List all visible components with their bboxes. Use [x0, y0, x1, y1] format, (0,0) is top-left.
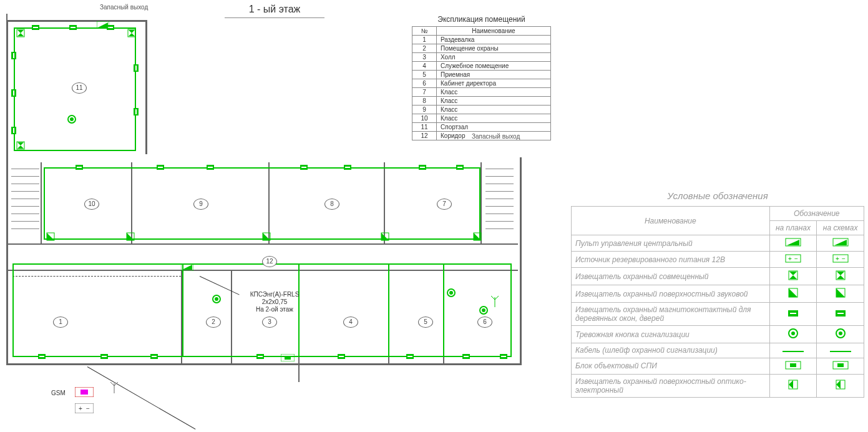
legend-panel: Условные обозначения Наименование Обозна…	[571, 190, 864, 398]
glass-icon	[126, 232, 135, 241]
magnet-icon	[300, 164, 308, 170]
glass-icon	[46, 232, 55, 241]
svg-point-39	[70, 117, 74, 121]
combined-icon	[817, 268, 864, 285]
legend-name: Тревожная кнопка сигнализации	[572, 326, 770, 343]
panel-icon	[817, 235, 864, 252]
magnet-icon	[11, 126, 17, 135]
legend-head-sym: Обозначение	[769, 207, 864, 221]
svg-marker-37	[836, 380, 841, 389]
svg-rect-59	[135, 66, 137, 71]
svg-marker-1	[787, 240, 799, 245]
legend-head-scheme: на схемах	[817, 221, 864, 235]
panel-icon	[769, 235, 817, 252]
svg-text:+: +	[788, 255, 792, 262]
svg-marker-14	[837, 272, 844, 275]
alarm-btn-icon	[212, 295, 221, 303]
alarm-btn-icon	[769, 326, 817, 343]
svg-text:−: −	[86, 405, 90, 412]
legend-row: Источник резервированного питания 12В+−+…	[572, 252, 864, 268]
ups-icon: +−	[769, 252, 817, 268]
spi-icon	[75, 387, 94, 397]
legend-name: Источник резервированного питания 12В	[572, 252, 770, 268]
legend-name: Блок объектовый СПИ	[572, 358, 770, 374]
room-tag: 11	[72, 82, 87, 94]
svg-line-123	[110, 382, 114, 386]
panel-icon	[181, 263, 193, 271]
ups-icon: +−	[817, 252, 864, 268]
svg-rect-77	[39, 356, 44, 357]
svg-marker-19	[836, 288, 845, 297]
svg-marker-17	[789, 288, 797, 297]
svg-line-127	[495, 296, 499, 300]
alarm-btn-icon	[67, 115, 76, 124]
legend-name: Извещатель охранный магнитоконтактный дл…	[572, 303, 770, 326]
svg-rect-79	[102, 356, 107, 357]
room-tag: 2	[206, 317, 221, 328]
svg-rect-73	[420, 167, 425, 168]
svg-rect-81	[152, 356, 157, 357]
magnet-icon	[133, 64, 139, 72]
svg-text:+: +	[79, 405, 82, 412]
magnet-icon	[69, 24, 77, 31]
svg-rect-91	[501, 356, 506, 357]
svg-rect-83	[258, 356, 263, 357]
svg-line-126	[491, 296, 495, 300]
legend-row: Тревожная кнопка сигнализации	[572, 326, 864, 343]
svg-point-43	[449, 291, 453, 295]
combined-icon	[16, 141, 25, 150]
magnet-icon	[37, 353, 46, 360]
legend-name: Извещатель охранный поверхностный оптико…	[572, 374, 770, 397]
spi-icon	[281, 354, 295, 361]
svg-rect-85	[339, 356, 344, 357]
svg-rect-89	[464, 356, 469, 357]
magnet-icon	[406, 353, 414, 360]
antenna-icon	[109, 381, 119, 393]
antenna-icon	[490, 295, 500, 307]
pir-icon	[817, 374, 864, 397]
room-tag: 3	[262, 317, 277, 328]
legend-row: Кабель (шлейф охранной сигнализации)	[572, 343, 864, 358]
magnet-icon	[456, 164, 464, 170]
magnet-icon	[337, 353, 346, 360]
svg-marker-103	[129, 33, 135, 36]
glass-icon	[769, 285, 817, 303]
svg-marker-99	[17, 30, 24, 33]
svg-marker-105	[17, 142, 24, 145]
glass-icon	[473, 232, 482, 241]
svg-marker-15	[837, 275, 844, 279]
ups-icon: +−	[75, 403, 94, 413]
spi-icon	[817, 358, 864, 374]
svg-marker-35	[789, 380, 793, 389]
svg-rect-31	[790, 363, 796, 367]
svg-text:−: −	[794, 255, 798, 262]
svg-marker-100	[17, 33, 24, 36]
magnet-icon	[75, 164, 84, 170]
legend-name: Извещатель охранный совмещенный	[572, 268, 770, 285]
room-tag: 1	[53, 317, 68, 328]
svg-marker-110	[127, 233, 134, 240]
svg-point-45	[482, 308, 485, 312]
legend-row: Пульт управления центральный	[572, 235, 864, 252]
magnet-icon	[100, 353, 109, 360]
svg-text:−: −	[842, 255, 846, 262]
svg-marker-93	[98, 22, 108, 27]
svg-point-41	[215, 297, 218, 301]
svg-point-27	[839, 331, 842, 335]
svg-rect-57	[13, 128, 14, 133]
alarm-btn-icon	[447, 288, 456, 297]
pir-icon	[769, 374, 817, 397]
svg-marker-3	[834, 240, 847, 245]
magnet-icon	[206, 164, 215, 170]
svg-rect-61	[135, 109, 137, 114]
magnet-icon	[343, 164, 352, 170]
svg-rect-55	[13, 91, 14, 96]
magnet-icon	[133, 107, 139, 116]
glass-icon	[817, 285, 864, 303]
svg-text:+: +	[836, 255, 839, 262]
svg-marker-112	[263, 233, 270, 240]
legend-row: Блок объектовый СПИ	[572, 358, 864, 374]
combined-icon	[769, 268, 817, 285]
gsm-label: GSM	[51, 390, 66, 396]
svg-marker-12	[789, 275, 797, 279]
